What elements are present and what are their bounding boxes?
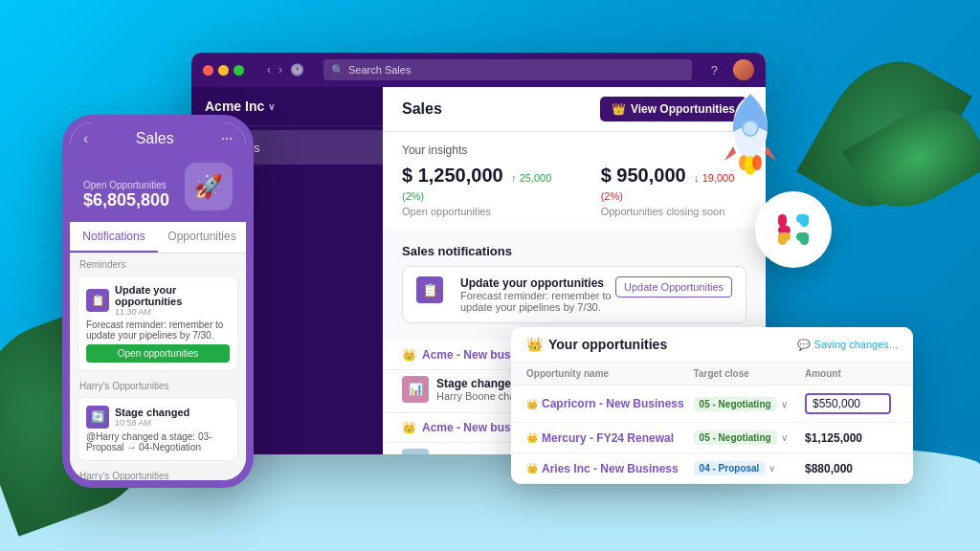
opp-aries-stage: 04 - Proposal ∨ (694, 461, 805, 475)
help-icon[interactable]: ? (711, 63, 718, 77)
reminder-icon: 📋 (416, 276, 443, 303)
opp-aries-amount: $880,000 (805, 462, 898, 475)
opp-row-capricorn: 👑 Capricorn - New Business 05 - Negotiat… (511, 386, 913, 423)
svg-rect-12 (778, 232, 787, 245)
phone-notif-update: 📋 Update your opportunities 11:30 AM For… (78, 276, 238, 371)
opps-panel-header: 👑 Your opportunities 💬 Saving changes... (511, 327, 913, 363)
open-opps-label: Open opportunities (402, 206, 563, 217)
svg-point-1 (743, 121, 758, 136)
phone-notif-stage: 🔄 Stage changed 10:58 AM @Harry changed … (78, 397, 238, 461)
phone-back-icon[interactable]: ‹ (83, 130, 88, 147)
svg-rect-8 (800, 214, 809, 227)
browser-nav: ‹ › 🕐 (267, 63, 304, 77)
opp-capricorn-stage: 05 - Negotiating ∨ (694, 397, 805, 411)
phone-notif-stage-icon: 🔄 (86, 406, 109, 429)
opp-row-aries: 👑 Aries Inc - New Business 04 - Proposal… (511, 453, 913, 484)
opps-crown-icon: 👑 (526, 337, 543, 352)
traffic-light-close[interactable] (203, 65, 213, 76)
opp-aries-name[interactable]: 👑 Aries Inc - New Business (526, 462, 694, 475)
col-target-close: Target close (694, 368, 805, 379)
sidebar-org-name[interactable]: Acme Inc ∨ (205, 99, 369, 114)
phone-screen: ‹ Sales ⋯ Open Opportunities $6,805,800 … (62, 115, 254, 488)
opp-mercury-amount: $1,125,000 (805, 431, 898, 445)
traffic-lights (203, 65, 244, 76)
opportunities-panel: 👑 Your opportunities 💬 Saving changes...… (511, 327, 913, 484)
opp-mercury-name[interactable]: 👑 Mercury - FY24 Renewal (526, 431, 694, 445)
phone-notif-stage-desc: @Harry changed a stage: 03-Proposal → 04… (86, 431, 230, 452)
capricorn-stage-badge[interactable]: 05 - Negotiating (694, 397, 777, 411)
new-opp-icon: ✨ (402, 449, 429, 454)
insights-label: Your insights (402, 143, 746, 157)
phone-harrys2-label: Harry's Opportunities (70, 465, 246, 480)
opp-row-mercury: 👑 Mercury - FY24 Renewal 05 - Negotiatin… (511, 423, 913, 453)
phone-notif-stage-title: Stage changed (115, 407, 230, 418)
col-amount: Amount (805, 368, 898, 379)
phone-tab-opportunities[interactable]: Opportunities (158, 222, 246, 253)
browser-search-text: Search Sales (348, 64, 411, 76)
opp-capricorn-amount[interactable] (805, 393, 898, 414)
view-opps-icon: 👑 (612, 102, 626, 116)
svg-point-4 (752, 155, 762, 170)
col-opp-name: Opportunity name (526, 368, 694, 379)
phone-insight-amount: $6,805,800 (83, 190, 169, 210)
phone-insight-bar: Open Opportunities $6,805,800 🚀 (70, 155, 246, 222)
phone-tab-notifications[interactable]: Notifications (70, 222, 158, 253)
page-title: Sales (402, 100, 442, 118)
capricorn-amount-input[interactable] (805, 393, 891, 414)
phone-insight-label: Open Opportunities (83, 180, 169, 190)
aries-stage-badge[interactable]: 04 - Proposal (694, 461, 766, 475)
insight-open-opps: $ 1,250,000 ↑ 25,000 (2%) Open opportuni… (402, 165, 563, 217)
svg-rect-6 (778, 214, 787, 227)
phone-title: Sales (136, 130, 174, 147)
stage-icon: 📊 (402, 376, 429, 403)
user-avatar[interactable] (733, 59, 754, 80)
insights-row: $ 1,250,000 ↑ 25,000 (2%) Open opportuni… (402, 165, 746, 217)
rocket-decoration (707, 84, 793, 180)
notif-section-label: Sales notifications (402, 244, 746, 258)
opps-table-header: Opportunity name Target close Amount (511, 363, 913, 386)
phone-open-opps-button[interactable]: Open opportunities (86, 344, 230, 363)
update-opportunities-button[interactable]: Update Opportunities (615, 276, 732, 298)
phone-notif-update-desc: Forecast reminder: remember to update yo… (86, 320, 230, 341)
phone-mockup: ‹ Sales ⋯ Open Opportunities $6,805,800 … (62, 115, 254, 488)
closing-opps-amount: $ 950,000 (601, 165, 686, 186)
svg-rect-10 (800, 232, 809, 245)
reminder-card: 📋 Update your opportunities Forecast rem… (402, 266, 746, 323)
open-opps-amount: $ 1,250,000 (402, 165, 503, 186)
traffic-light-maximize[interactable] (234, 65, 244, 76)
browser-titlebar: ‹ › 🕐 🔍 Search Sales ? (191, 53, 766, 87)
phone-header: ‹ Sales ⋯ (70, 122, 246, 155)
phone-insight-icon: 🚀 (185, 163, 233, 210)
opp-mercury-stage: 05 - Negotiating ∨ (694, 430, 805, 445)
opps-panel-title: 👑 Your opportunities (526, 337, 667, 352)
phone-tabs: Notifications Opportunities (70, 222, 246, 253)
reminder-desc: Forecast reminder: remember to update yo… (460, 290, 615, 313)
aries-crown: 👑 (526, 463, 538, 474)
opp-capricorn-name[interactable]: 👑 Capricorn - New Business (526, 397, 694, 410)
phone-notif-update-time: 11:30 AM (115, 307, 230, 317)
mercury-stage-badge[interactable]: 05 - Negotiating (694, 430, 777, 445)
capricorn-crown: 👑 (526, 399, 538, 409)
rocket-svg (707, 84, 793, 180)
nav-forward-arrow[interactable]: › (278, 63, 282, 77)
slack-svg (770, 207, 816, 253)
closing-opps-label: Opportunities closing soon (601, 206, 746, 217)
saving-cloud-icon: 💬 (797, 339, 811, 351)
phone-body: Open Opportunities $6,805,800 🚀 Notifica… (70, 155, 246, 480)
reminder-row: 📋 Update your opportunities Forecast rem… (416, 276, 732, 313)
phone-notif-update-icon: 📋 (86, 289, 109, 312)
reminder-content: Update your opportunities Forecast remin… (460, 276, 615, 313)
notif-section: Sales notifications 📋 Update your opport… (383, 234, 766, 341)
phone-harrys-label: Harry's Opportunities (70, 375, 246, 393)
traffic-light-minimize[interactable] (218, 65, 229, 76)
slack-logo-circle (755, 191, 832, 268)
browser-search-bar[interactable]: 🔍 Search Sales (323, 59, 692, 80)
phone-notif-stage-time: 10:58 AM (115, 418, 230, 428)
phone-notif-update-title: Update your opportunities (115, 284, 230, 307)
saving-indicator: 💬 Saving changes... (797, 339, 898, 351)
nav-back-arrow[interactable]: ‹ (267, 63, 271, 77)
mercury-crown: 👑 (526, 432, 538, 443)
phone-reminders-label: Reminders (70, 253, 246, 272)
reminder-title: Update your opportunities (460, 276, 615, 290)
nav-time-icon: 🕐 (290, 63, 304, 77)
